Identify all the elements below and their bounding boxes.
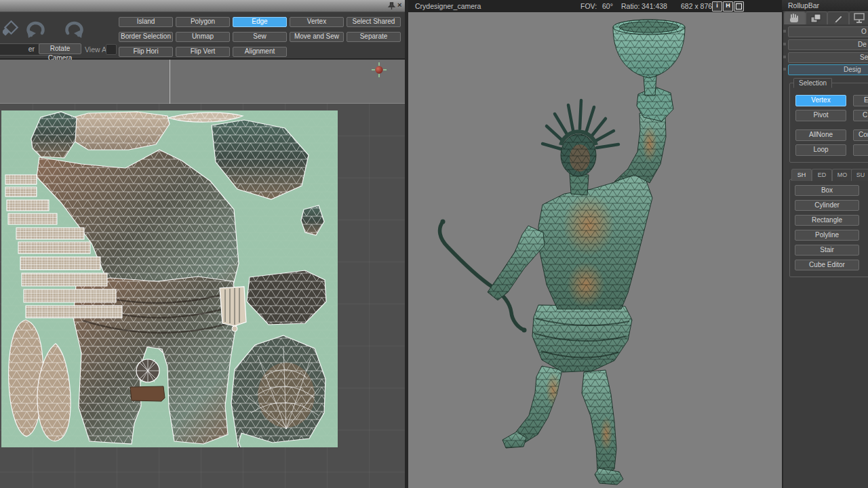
tab-su[interactable]: SU	[851, 169, 868, 181]
tab-hand[interactable]	[784, 12, 806, 24]
view-all-checkbox[interactable]	[106, 44, 117, 55]
selection-loop-button[interactable]: Loop	[795, 144, 846, 156]
window-icon[interactable]	[734, 1, 744, 12]
sew-button[interactable]: Sew	[233, 32, 287, 42]
viewport-header: Crydesigner_camera FOV: 60° Ratio: 341:4…	[408, 0, 782, 12]
pencil-icon	[831, 13, 850, 24]
rollup-grip	[783, 56, 786, 58]
unmap-button[interactable]: Unmap	[176, 32, 230, 42]
rollup-header-3[interactable]: Se	[788, 52, 868, 63]
monitor-icon	[853, 13, 868, 24]
polygon-button[interactable]: Polygon	[176, 17, 230, 27]
fov-label: FOV:	[580, 2, 597, 10]
selection-allnone-button[interactable]: AllNone	[795, 129, 846, 141]
tab-display[interactable]	[849, 12, 868, 24]
move-and-sew-button[interactable]: Move and Sew	[290, 32, 344, 42]
rollup-grip	[783, 30, 786, 33]
selection-cut-button-4[interactable]	[853, 144, 868, 156]
helpers-toggle-button[interactable]: H	[723, 1, 733, 12]
vertex-button[interactable]: Vertex	[290, 17, 344, 27]
selection-vertex-button[interactable]: Vertex	[795, 95, 846, 106]
tab-mo[interactable]: MO	[832, 169, 852, 181]
rotate-camera-button[interactable]: Rotate Camera	[39, 43, 81, 54]
selection-connect-button[interactable]: Con	[853, 129, 868, 141]
border-selection-button[interactable]: Border Selection	[119, 32, 173, 42]
rollup-header-1[interactable]: O	[788, 26, 868, 37]
rollupbar-title: RollupBar	[782, 0, 868, 11]
island-button[interactable]: Island	[119, 17, 173, 27]
selection-pivot-button[interactable]: Pivot	[795, 110, 846, 121]
tab-objects[interactable]	[806, 12, 827, 24]
alignment-button[interactable]: Alignment	[233, 47, 287, 57]
cylinder-button[interactable]: Cylinder	[795, 200, 859, 211]
ratio-value: 341:438	[642, 2, 667, 10]
statue-model	[408, 12, 782, 488]
rollup-grip	[783, 43, 786, 45]
stair-button[interactable]: Stair	[795, 245, 859, 256]
selection-group-label: Selection	[793, 78, 832, 88]
uv-toolbar: er Rotate Camera View All Island Polygon…	[0, 12, 407, 60]
edge-button[interactable]: Edge	[233, 17, 287, 27]
tab-ed[interactable]: ED	[812, 169, 832, 181]
tab-sh[interactable]: SH	[791, 169, 812, 181]
select-shared-button[interactable]: Select Shared	[347, 17, 401, 27]
hand-icon	[788, 13, 807, 24]
objects-icon	[810, 13, 829, 24]
tab-edit[interactable]	[827, 12, 849, 24]
rollup-header-designer[interactable]: Desig	[788, 64, 868, 75]
pin-icon[interactable]	[388, 2, 395, 10]
fov-value: 60°	[602, 2, 613, 10]
rectangle-button[interactable]: Rectangle	[795, 215, 859, 226]
uv-camera-select-value: er	[28, 45, 35, 53]
uv-origin-gizmo	[372, 62, 387, 77]
uv-texture-preview	[1, 110, 338, 447]
cube-editor-button[interactable]: Cube Editor	[795, 260, 859, 270]
box-button[interactable]: Box	[795, 185, 859, 196]
separate-button[interactable]: Separate	[347, 32, 401, 42]
polyline-button[interactable]: Polyline	[795, 230, 859, 241]
viewport-camera-name: Crydesigner_camera	[415, 2, 481, 10]
resolution-value: 682 x 876	[681, 2, 712, 10]
rollup-grip	[783, 68, 786, 70]
uv-panel-titlebar: ×	[0, 0, 407, 12]
selection-cut-button-2[interactable]: C	[853, 110, 868, 121]
flip-vert-button[interactable]: Flip Vert	[176, 47, 230, 57]
selection-edge-button[interactable]: E	[853, 95, 868, 106]
uv-editor-top-band	[0, 60, 405, 104]
rollup-header-2[interactable]: De	[788, 39, 868, 50]
ratio-label: Ratio:	[621, 2, 639, 10]
flip-hori-button[interactable]: Flip Hori	[119, 47, 173, 57]
info-toggle-button[interactable]: i	[712, 1, 722, 12]
uv-tool-icons	[3, 20, 91, 42]
